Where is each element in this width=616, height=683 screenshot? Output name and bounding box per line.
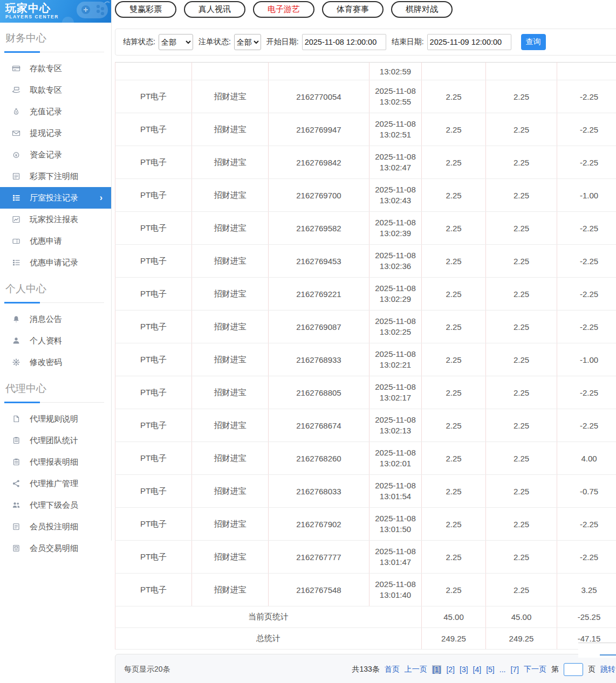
sidebar-item-promo-apply[interactable]: 优惠申请 [0,230,111,252]
table-row: PT电子招财进宝21627697002025-11-0813:02:432.25… [115,179,616,212]
member-bet-icon [12,522,20,531]
section-accent-bar [4,302,40,303]
pagination-link[interactable]: [2] [446,665,455,674]
sidebar-item-gear[interactable]: 修改密码 [0,351,111,373]
cell-bet-time: 2025-11-0813:02:21 [369,343,422,376]
pagination-link[interactable]: [5] [486,665,495,674]
game-tab[interactable]: 体育赛事 [322,1,384,18]
sidebar-item-lottery-detail[interactable]: 彩票下注明细 [0,165,111,187]
sidebar-item-members[interactable]: 代理下级会员 [0,494,111,516]
player-report-icon [12,215,20,224]
cell-bet-amount: 2.25 [422,475,486,508]
cell-bet-time: 2025-11-0813:01:40 [369,574,422,606]
per-page-label: 每页显示20条 [124,665,170,674]
cell-bet-time: 2025-11-0813:02:01 [369,442,422,475]
pagination-link[interactable]: 首页 [385,665,400,674]
cell-platform: PT电子 [115,113,192,146]
cell-valid-amount: 2.25 [486,343,557,376]
pagination-link[interactable]: 下一页 [524,665,546,674]
total-stats-row: 总统计 249.25 249.25 -47.15 [115,628,616,650]
sidebar-item-member-bet[interactable]: 会员投注明细 [0,516,111,537]
section-accent-bar [4,402,40,403]
cell-bet-amount: 2.25 [422,278,486,311]
sidebar-item-withdraw[interactable]: 取款专区 [0,79,111,101]
cell-order-no: 2162769947 [269,113,369,146]
section-heading-label: 个人中心 [5,282,104,296]
sidebar-item-funds-record[interactable]: 资金记录 [0,144,111,165]
sidebar-item-label: 资金记录 [30,150,62,160]
cell-order-no: 2162769582 [269,212,369,245]
sidebar-item-player-report[interactable]: 玩家投注报表 [0,209,111,230]
sidebar-item-label: 取款专区 [30,85,62,95]
cell-win-loss: 4.00 [557,442,616,475]
total-stats-valid: 249.25 [486,628,557,650]
team-stats-icon [12,436,20,445]
sidebar-item-promo-record[interactable]: 优惠申请记录 [0,252,111,273]
sidebar-item-member-trans[interactable]: 会员交易明细 [0,537,111,559]
cell-bet-amount: 2.25 [422,409,486,442]
cell-bet-time: 2025-11-0813:02:13 [369,409,422,442]
cell-valid-amount: 2.25 [486,80,557,113]
cell-win-loss: -2.25 [557,113,616,146]
sidebar-item-document[interactable]: 代理规则说明 [0,408,111,430]
cell-win-loss: 3.25 [557,574,616,606]
game-tab[interactable]: 真人视讯 [184,1,245,18]
sidebar-sections: 财务中心存款专区取款专区充值记录提现记录资金记录彩票下注明细厅室投注记录›玩家投… [0,31,111,559]
game-tab[interactable]: 电子游艺 [253,1,314,18]
settle-status-select[interactable]: 全部 [159,34,193,50]
pagination-link[interactable]: 上一页 [405,665,427,674]
sidebar-item-deposit[interactable]: 存款专区 [0,58,111,79]
end-date-input[interactable] [427,34,511,50]
order-status-select[interactable]: 全部 [234,34,261,50]
cell-game: 招财进宝 [192,409,269,442]
jump-go-button[interactable]: 跳转 [600,665,615,674]
cell-platform: PT电子 [115,146,192,179]
jump-suffix-label: 页 [588,665,596,674]
sidebar-item-list: 消息公告个人资料修改密码 [0,308,111,373]
jump-page-input[interactable] [564,663,583,676]
chevron-right-icon: › [100,193,102,203]
pagination-link[interactable]: [4] [473,665,482,674]
sidebar-item-share[interactable]: 代理推广管理 [0,473,111,494]
section-accent-bar [4,51,40,53]
pagination-link[interactable]: [3] [460,665,468,674]
cell-valid-amount: 2.25 [486,574,557,606]
pagination-current-page[interactable]: [1] [432,665,442,674]
floating-input-edge [600,654,616,656]
sidebar-item-bell[interactable]: 消息公告 [0,308,111,330]
start-date-input[interactable] [302,34,386,50]
cell-win-loss [557,63,616,80]
bet-records-table: 13:02:59 PT电子招财进宝21627700542025-11-0813:… [115,62,616,650]
cell-bet-time: 2025-11-0813:02:51 [369,113,422,146]
recharge-record-icon [12,107,20,116]
sidebar-item-hall-bet-record[interactable]: 厅室投注记录› [0,187,111,209]
gear-icon [12,358,20,367]
members-icon [12,501,20,509]
pagination-link[interactable]: [7] [510,665,519,674]
game-tab[interactable]: 棋牌对战 [391,1,453,18]
cell-bet-time: 2025-11-0813:02:25 [369,311,422,343]
search-button[interactable]: 查询 [521,34,546,50]
sidebar-item-team-stats[interactable]: 代理团队统计 [0,430,111,451]
cell-valid-amount: 2.25 [486,442,557,475]
section-heading: 代理中心 [4,382,104,403]
cell-platform: PT电子 [115,376,192,409]
page-links: 首页上一页[1][2][3][4][5]...[7]下一页 [385,665,546,674]
cell-bet-time: 2025-11-0813:02:29 [369,278,422,311]
cell-valid-amount: 2.25 [486,245,557,278]
sidebar-item-report-detail[interactable]: 代理报表明细 [0,451,111,473]
withdrawal-record-icon [12,129,20,137]
cell-bet-amount: 2.25 [422,113,486,146]
sidebar-item-label: 修改密码 [30,357,62,368]
sidebar-item-recharge-record[interactable]: 充值记录 [0,101,111,122]
cell-order-no: 2162768260 [269,442,369,475]
sidebar-item-label: 代理推广管理 [30,479,78,489]
promo-apply-icon [12,237,20,245]
game-tab[interactable]: 雙赢彩票 [115,1,176,18]
total-stats-bet: 249.25 [422,628,486,650]
sidebar-item-user[interactable]: 个人资料 [0,330,111,351]
cell-win-loss: -2.25 [557,80,616,113]
sidebar-item-withdrawal-record[interactable]: 提现记录 [0,122,111,144]
cell-bet-amount: 2.25 [422,574,486,606]
cell-platform: PT电子 [115,245,192,278]
